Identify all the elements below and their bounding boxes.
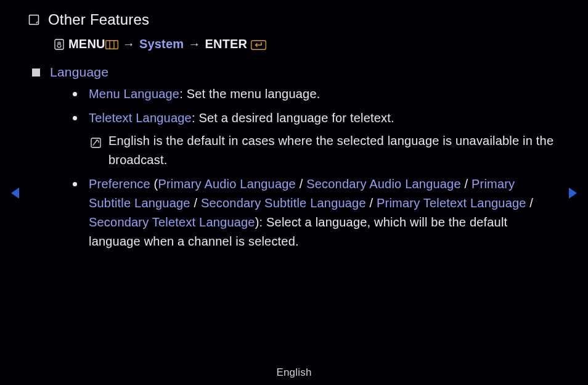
book-icon [28,14,39,25]
note: English is the default in cases where th… [89,131,560,170]
hand-icon [54,39,64,50]
prev-page-button[interactable] [11,188,19,199]
breadcrumb-menu: MENU [68,37,105,51]
note-icon [91,135,101,154]
breadcrumb: MENU → System → ENTER [54,37,560,51]
breadcrumb-enter: ENTER [205,37,247,51]
note-text: English is the default in cases where th… [108,134,553,167]
next-page-button[interactable] [569,188,577,199]
svg-rect-6 [91,138,100,147]
section-header: Language [28,65,560,80]
menu-language-desc: : Set the menu language. [179,87,320,101]
arrow-sep-2: → [188,37,200,51]
preference-label: Preference [89,177,150,191]
title-row: Other Features [28,11,560,28]
list-item: Menu Language: Set the menu language. [73,85,560,104]
footer-language: English [0,366,588,379]
sep: / [190,196,201,210]
language-section: Language Menu Language: Set the menu lan… [28,65,560,251]
pref-secondary-subtitle: Secondary Subtitle Language [201,196,366,210]
list-item: Preference (Primary Audio Language / Sec… [73,175,560,251]
svg-rect-2 [105,41,118,49]
sep: / [526,196,534,210]
teletext-language-desc: : Set a desired language for teletext. [192,111,394,125]
svg-rect-0 [30,15,39,25]
pref-primary-teletext: Primary Teletext Language [377,196,526,210]
arrow-sep-1: → [123,37,135,51]
section-title: Language [50,65,108,80]
enter-icon [251,40,266,50]
page-title: Other Features [48,11,149,28]
paren-open: ( [150,177,158,191]
pref-secondary-audio: Secondary Audio Language [306,177,461,191]
list-item: Teletext Language: Set a desired languag… [73,109,560,170]
sep: / [296,177,306,191]
teletext-language-label: Teletext Language [89,111,192,125]
sep: / [366,196,377,210]
menu-language-label: Menu Language [89,87,179,101]
pref-secondary-teletext: Secondary Teletext Language [89,215,255,229]
pref-primary-audio: Primary Audio Language [158,177,295,191]
square-bullet-icon [32,68,40,77]
sep: / [461,177,472,191]
grid-icon [105,40,118,49]
breadcrumb-system: System [139,37,184,51]
